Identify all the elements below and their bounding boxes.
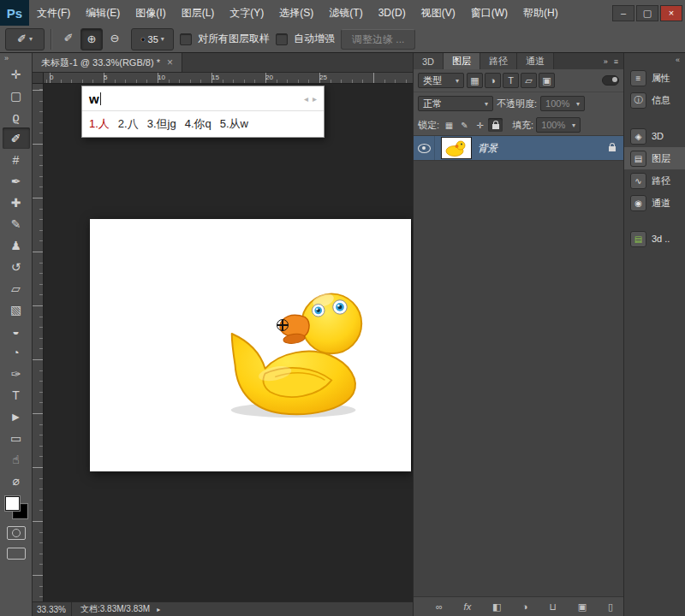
tool-spot-healing-brush[interactable]: ✚	[3, 192, 30, 213]
tool-dodge[interactable]: ◔	[3, 341, 30, 363]
minimize-button[interactable]: –	[612, 5, 634, 21]
filter-pixel-layers-icon[interactable]: ▦	[467, 73, 483, 88]
tool-preset-picker[interactable]: ✐ ▾	[5, 28, 45, 50]
adjustment-layer-icon[interactable]: ◑	[522, 601, 528, 612]
dock-properties-button[interactable]: ≡属性	[624, 67, 685, 89]
subtract-from-selection-button[interactable]: ⊖	[104, 28, 125, 49]
menu-item-7[interactable]: 3D(D)	[371, 1, 414, 26]
filter-toggle[interactable]	[602, 75, 619, 86]
menu-item-10[interactable]: 帮助(H)	[515, 1, 566, 26]
add-layer-mask-icon[interactable]: ◧	[492, 601, 501, 613]
tool-crop[interactable]: #	[3, 149, 30, 170]
document-tab[interactable]: 未标题-1 @ 33.3%(RGB/8) * ×	[33, 53, 182, 72]
layer-row-background[interactable]: 背景	[414, 136, 623, 161]
collapse-toolbar-icon[interactable]: »	[0, 53, 9, 63]
layer-style-icon[interactable]: fx	[464, 601, 472, 612]
filter-type-layers-icon[interactable]: T	[503, 73, 519, 88]
dock-paths-button[interactable]: ∿路径	[624, 169, 685, 192]
canvas[interactable]	[90, 219, 411, 471]
dock-3d-scene-button[interactable]: ▤3d ..	[624, 228, 685, 250]
tool-blur[interactable]: ◒	[3, 320, 30, 341]
zoom-level-field[interactable]: 33.33%	[33, 602, 72, 616]
tool-gradient[interactable]: ▧	[3, 299, 30, 320]
tool-quick-selection[interactable]: ✐	[3, 127, 30, 149]
tool-brush[interactable]: ✎	[3, 213, 30, 234]
tool-zoom[interactable]: ⌀	[3, 470, 30, 491]
collapse-panel-icon[interactable]: »	[604, 57, 608, 66]
new-group-icon[interactable]: ⊔	[549, 601, 557, 613]
status-menu-arrow-icon[interactable]: ▸	[157, 606, 160, 613]
tool-eraser[interactable]: ▱	[3, 277, 30, 299]
filter-shape-layers-icon[interactable]: ▱	[521, 73, 537, 88]
tool-rectangular-marquee[interactable]: ▢	[3, 85, 30, 106]
sample-all-layers-checkbox[interactable]	[180, 33, 192, 45]
dock-3d-button[interactable]: ◈3D	[624, 125, 685, 147]
close-tab-icon[interactable]: ×	[167, 56, 173, 68]
menu-item-3[interactable]: 图层(L)	[174, 1, 223, 26]
ime-candidate-2[interactable]: 2.八	[118, 116, 139, 132]
dock-info-button[interactable]: ⓘ信息	[624, 89, 685, 111]
dock-channels-button[interactable]: ◉通道	[624, 192, 685, 214]
menu-item-6[interactable]: 滤镜(T)	[321, 1, 370, 26]
ime-candidate-4[interactable]: 4.你q	[185, 116, 211, 132]
ime-prev-page-icon[interactable]: ◂	[304, 94, 308, 104]
quick-mask-button[interactable]	[7, 526, 26, 540]
ime-next-page-icon[interactable]: ▸	[313, 94, 317, 104]
menu-item-0[interactable]: 文件(F)	[29, 1, 78, 26]
tool-eyedropper[interactable]: ✒	[3, 170, 30, 192]
tool-move[interactable]: ✛	[3, 63, 30, 85]
panel-tab-paths[interactable]: 路径	[480, 53, 517, 69]
ruler-origin[interactable]	[33, 73, 44, 84]
layer-visibility-toggle[interactable]	[414, 136, 435, 160]
blend-mode-select[interactable]: 正常 ▾	[418, 96, 493, 111]
layer-thumbnail[interactable]	[441, 137, 472, 159]
lock-all-button[interactable]	[488, 118, 503, 132]
refine-edge-button[interactable]: 调整边缘 ...	[341, 29, 415, 50]
menu-item-5[interactable]: 选择(S)	[271, 1, 321, 26]
tool-history-brush[interactable]: ↺	[3, 256, 30, 277]
ime-candidate-1[interactable]: 1.人	[89, 116, 110, 132]
panel-menu-icon[interactable]: ≡	[614, 57, 618, 66]
filter-type-select[interactable]: 类型 ▾	[418, 73, 464, 88]
dock-layers-button[interactable]: ▤图层	[624, 147, 685, 169]
menu-item-8[interactable]: 视图(V)	[414, 1, 463, 26]
tool-pen[interactable]: ✑	[3, 363, 30, 384]
tool-hand[interactable]: ☝	[3, 448, 30, 470]
lock-transparent-pixels-icon[interactable]: ▦	[442, 118, 456, 132]
brush-size-picker[interactable]: ● 35 ▾	[131, 28, 174, 50]
layer-list[interactable]: 背景	[414, 136, 623, 596]
panel-tab-layers[interactable]: 图层	[444, 53, 480, 69]
lock-image-pixels-icon[interactable]: ✎	[457, 118, 472, 132]
menu-item-9[interactable]: 窗口(W)	[463, 1, 515, 26]
auto-enhance-checkbox[interactable]	[276, 33, 288, 45]
delete-layer-icon[interactable]: ▯	[608, 601, 613, 613]
canvas-viewport[interactable]: 0510152025	[33, 73, 413, 601]
close-button[interactable]: ×	[660, 5, 682, 21]
add-to-selection-button[interactable]: ⊕	[80, 28, 103, 50]
vertical-ruler[interactable]	[33, 83, 44, 601]
new-layer-icon[interactable]: ▣	[578, 601, 587, 613]
tool-lasso[interactable]: ϱ	[3, 106, 30, 127]
screen-mode-button[interactable]	[7, 548, 26, 560]
lock-position-icon[interactable]: ✛	[473, 118, 487, 132]
panel-tab-channels[interactable]: 通道	[517, 53, 554, 69]
link-layers-icon[interactable]: ∞	[436, 601, 443, 612]
tool-clone-stamp[interactable]: ♟	[3, 234, 30, 256]
horizontal-ruler[interactable]: 0510152025	[43, 73, 413, 84]
fill-select[interactable]: 100% ▾	[536, 117, 581, 133]
new-selection-button[interactable]: ✐	[58, 28, 79, 49]
filter-smart-objects-icon[interactable]: ▣	[539, 73, 555, 88]
opacity-select[interactable]: 100% ▾	[540, 96, 585, 111]
tool-shape[interactable]: ▭	[3, 427, 30, 448]
expand-panels-icon[interactable]: «	[676, 56, 680, 64]
filter-adjustment-layers-icon[interactable]: ◑	[485, 73, 501, 88]
menu-item-1[interactable]: 编辑(E)	[78, 1, 128, 26]
maximize-button[interactable]: ▢	[636, 5, 658, 21]
foreground-color-swatch[interactable]	[5, 496, 20, 511]
menu-item-4[interactable]: 文字(Y)	[222, 1, 271, 26]
menu-item-2[interactable]: 图像(I)	[128, 1, 173, 26]
tool-type[interactable]: T	[3, 384, 30, 406]
tool-path-selection[interactable]: ►	[3, 406, 30, 427]
ime-candidate-5[interactable]: 5.从w	[220, 116, 248, 132]
panel-tab-3d[interactable]: 3D	[414, 53, 444, 69]
